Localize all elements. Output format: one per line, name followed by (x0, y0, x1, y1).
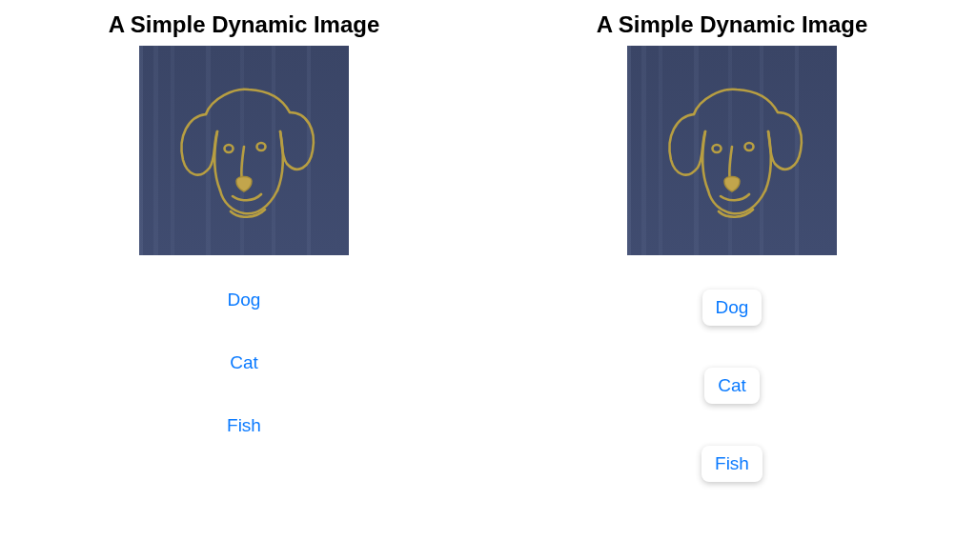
svg-point-0 (225, 145, 234, 152)
dog-line-drawing-icon (139, 46, 349, 255)
button-stack-left: Dog Cat Fish (227, 290, 261, 436)
panel-right: A Simple Dynamic Image Dog Cat Fish (532, 11, 932, 560)
title-right: A Simple Dynamic Image (597, 11, 868, 38)
button-stack-right: Dog Cat Fish (702, 290, 762, 482)
button-fish[interactable]: Fish (227, 415, 261, 436)
image-dog-right (627, 46, 837, 255)
svg-point-1 (257, 143, 266, 150)
svg-point-2 (713, 145, 722, 152)
button-dog[interactable]: Dog (702, 290, 762, 326)
button-fish[interactable]: Fish (702, 446, 762, 482)
panel-left: A Simple Dynamic Image (44, 11, 444, 560)
button-dog[interactable]: Dog (228, 290, 261, 310)
title-left: A Simple Dynamic Image (109, 11, 380, 38)
button-cat[interactable]: Cat (704, 368, 760, 404)
dog-line-drawing-icon (627, 46, 837, 255)
button-cat[interactable]: Cat (230, 352, 258, 373)
image-dog-left (139, 46, 349, 255)
svg-point-3 (745, 143, 754, 150)
